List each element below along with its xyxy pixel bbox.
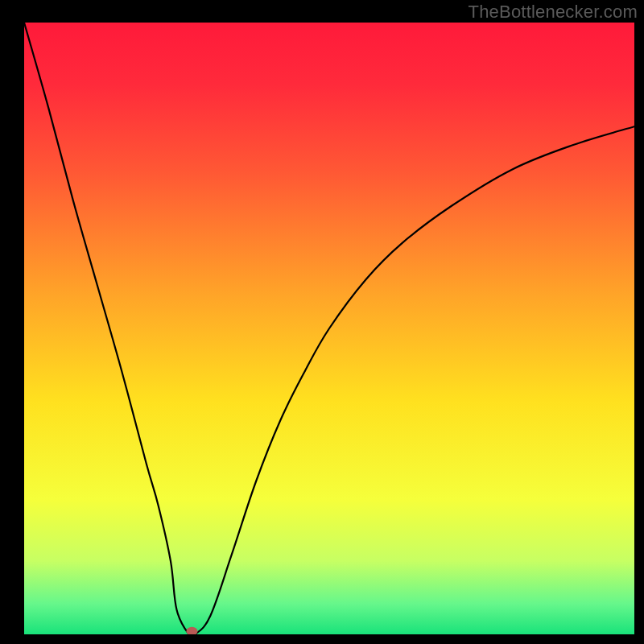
chart-frame: TheBottlenecker.com	[0, 0, 644, 644]
chart-plot-area	[24, 23, 634, 634]
watermark-text: TheBottlenecker.com	[469, 2, 638, 23]
chart-svg	[24, 23, 634, 634]
